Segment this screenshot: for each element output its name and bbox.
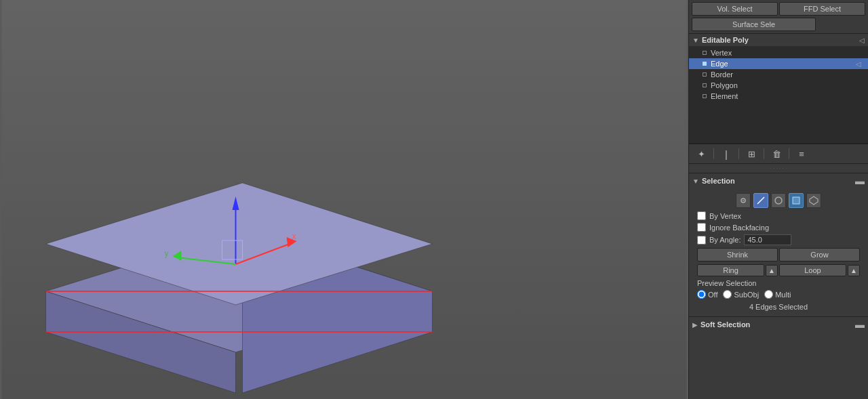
multi-radio[interactable] <box>764 290 773 299</box>
selection-section-body: By Vertex Ignore Backfacing By Angle: Sh… <box>689 188 868 316</box>
toolbar-separator <box>738 148 739 159</box>
loop-up-icon[interactable]: ▲ <box>848 265 860 276</box>
grid-icon[interactable]: ⊞ <box>745 147 758 161</box>
modifier-vertex[interactable]: Vertex <box>689 47 868 58</box>
dot-icon <box>703 83 707 87</box>
toolbar-separator <box>764 148 764 159</box>
svg-rect-20 <box>793 197 800 204</box>
multi-radio-label[interactable]: Multi <box>764 290 791 299</box>
modifier-polygon-label: Polygon <box>711 81 738 89</box>
surface-select-button[interactable]: Surface Sele <box>692 18 816 31</box>
toolbar-separator <box>789 148 789 159</box>
select-icon[interactable]: ✦ <box>694 147 708 161</box>
selection-mode-icons <box>692 191 865 210</box>
shrink-grow-row: Shrink Grow <box>692 247 865 263</box>
sel-loop-icon[interactable] <box>771 193 786 208</box>
ignore-backfacing-checkbox[interactable] <box>697 223 706 232</box>
ignore-backfacing-label: Ignore Backfacing <box>709 224 769 232</box>
top-buttons-area: Vol. Select FFD Select Surface Sele <box>689 0 868 33</box>
vol-select-button[interactable]: Vol. Select <box>692 2 778 16</box>
sel-polygon-icon[interactable] <box>789 193 804 208</box>
editable-poly-header[interactable]: ▼ Editable Poly ◁ <box>689 33 868 46</box>
by-angle-row: By Angle: <box>692 233 865 247</box>
ignore-backfacing-row: Ignore Backfacing <box>692 222 865 233</box>
svg-point-17 <box>743 200 744 201</box>
modifier-element-label: Element <box>711 92 738 100</box>
by-angle-checkbox[interactable] <box>697 236 706 245</box>
collapse-arrow-icon: ▼ <box>692 37 699 44</box>
multi-label: Multi <box>775 291 791 299</box>
preview-selection-label: Preview Selection <box>692 278 865 289</box>
svg-text:y: y <box>165 249 169 258</box>
editable-poly-title: Editable Poly <box>702 36 859 44</box>
list-icon[interactable]: ≡ <box>795 147 808 161</box>
sel-vertex-icon[interactable] <box>736 193 751 208</box>
pin-icon: ◁ <box>859 37 865 44</box>
svg-text:x: x <box>292 232 296 241</box>
shrink-button[interactable]: Shrink <box>697 248 778 261</box>
modifier-preview-area <box>689 103 868 144</box>
ffd-select-button[interactable]: FFD Select <box>779 2 865 16</box>
modifier-edge[interactable]: Edge ◁ <box>689 58 868 69</box>
soft-sel-arrow-icon: ▶ <box>692 321 698 329</box>
svg-marker-21 <box>810 196 818 205</box>
by-angle-label: By Angle: <box>709 236 741 244</box>
by-vertex-label: By Vertex <box>709 212 741 220</box>
grow-button[interactable]: Grow <box>779 248 860 261</box>
active-pin-icon: ◁ <box>856 60 861 68</box>
off-radio-label[interactable]: Off <box>697 290 717 299</box>
soft-selection-header[interactable]: ▶ Soft Selection ▬ <box>689 316 868 332</box>
subobj-radio-label[interactable]: SubObj <box>723 290 759 299</box>
dot-separator: · · · · · · <box>689 164 868 173</box>
selection-header[interactable]: ▼ Selection ▬ <box>689 173 868 188</box>
edges-selected-text: 4 Edges Selected <box>749 303 808 311</box>
delete-icon[interactable]: 🗑 <box>770 147 783 161</box>
by-angle-input[interactable] <box>744 234 791 245</box>
modifier-border-label: Border <box>711 70 733 79</box>
move-icon[interactable]: | <box>719 147 733 161</box>
selection-collapse-icon: ▼ <box>692 177 699 185</box>
modifier-edge-label: Edge <box>711 60 728 68</box>
icons-toolbar: ✦ | ⊞ 🗑 ≡ <box>689 144 868 164</box>
dot-icon <box>703 62 707 66</box>
ring-loop-row: Ring ▲ Loop ▲ <box>692 263 865 278</box>
loop-button[interactable]: Loop <box>779 264 846 276</box>
sel-element-icon[interactable] <box>806 193 821 208</box>
edges-selected-status: 4 Edges Selected <box>692 300 865 314</box>
dot-icon <box>703 72 707 77</box>
modifier-border[interactable]: Border <box>689 69 868 80</box>
subobj-radio[interactable] <box>723 290 732 299</box>
selection-pin-icon: ▬ <box>855 175 865 186</box>
soft-selection-title: Soft Selection <box>701 320 855 329</box>
ring-up-icon[interactable]: ▲ <box>766 265 778 276</box>
toolbar-separator <box>713 148 714 159</box>
modifier-element[interactable]: Element <box>689 91 868 102</box>
by-vertex-row: By Vertex <box>692 210 865 222</box>
off-label: Off <box>708 291 717 299</box>
3d-viewport[interactable]: x y <box>0 0 688 399</box>
preview-radio-row: Off SubObj Multi <box>692 289 865 300</box>
modifier-vertex-label: Vertex <box>711 49 732 57</box>
selection-title: Selection <box>702 177 855 185</box>
right-panel: Vol. Select FFD Select Surface Sele ▼ Ed… <box>688 0 868 399</box>
dot-icon <box>703 51 707 55</box>
preview-selection-text: Preview Selection <box>697 279 756 287</box>
modifier-list: Vertex Edge ◁ Border Polygon Element <box>689 46 868 103</box>
off-radio[interactable] <box>697 290 706 299</box>
modifier-polygon[interactable]: Polygon <box>689 80 868 91</box>
dot-icon <box>703 94 707 98</box>
svg-line-18 <box>757 197 764 204</box>
ring-button[interactable]: Ring <box>697 264 764 276</box>
by-vertex-checkbox[interactable] <box>697 211 706 220</box>
sel-edge-icon[interactable] <box>753 193 768 208</box>
svg-point-19 <box>775 197 782 204</box>
subobj-label: SubObj <box>734 291 759 299</box>
soft-sel-pin-icon: ▬ <box>855 319 865 330</box>
